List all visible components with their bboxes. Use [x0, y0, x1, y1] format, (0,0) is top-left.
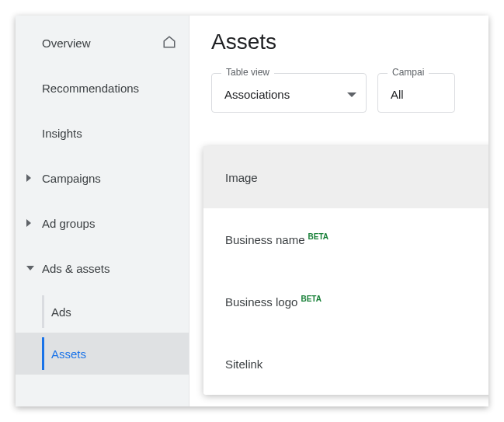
campaign-select[interactable]: Campai All: [377, 73, 455, 113]
sidebar-item-insights[interactable]: Insights: [16, 110, 189, 155]
sidebar-item-label: Campaigns: [42, 172, 101, 185]
beta-badge: BETA: [308, 232, 328, 241]
sidebar-item-overview[interactable]: Overview: [16, 20, 189, 65]
table-view-select[interactable]: Table view Associations: [211, 73, 367, 113]
sidebar-subitem-label: Ads: [51, 305, 71, 319]
sidebar-item-label: Ads & assets: [42, 262, 110, 275]
campaign-legend: Campai: [388, 67, 429, 78]
filter-row: Table view Associations Campai All: [211, 73, 488, 113]
chevron-right-icon: [26, 174, 31, 182]
dropdown-item-business-logo[interactable]: Business logo BETA: [203, 270, 488, 333]
sidebar-subitem-label: Assets: [51, 347, 86, 361]
home-icon: [162, 35, 176, 51]
sidebar-item-ads-and-assets[interactable]: Ads & assets: [16, 246, 189, 291]
dropdown-item-label: Business logo: [225, 295, 297, 309]
sidebar-subitem-ads[interactable]: Ads: [16, 291, 189, 333]
sidebar: Overview Recommendations Insights Campai…: [16, 16, 189, 406]
sidebar-item-campaigns[interactable]: Campaigns: [16, 155, 189, 201]
sidebar-item-ad-groups[interactable]: Ad groups: [16, 201, 189, 246]
dropdown-item-label: Sitelink: [225, 357, 262, 371]
chevron-down-icon: [26, 266, 34, 270]
dropdown-item-sitelink[interactable]: Sitelink: [203, 333, 488, 395]
chevron-right-icon: [26, 219, 31, 227]
app-frame: Overview Recommendations Insights Campai…: [16, 16, 488, 406]
dropdown-item-image[interactable]: Image: [203, 146, 488, 208]
table-view-value: Associations: [224, 88, 290, 101]
table-view-legend: Table view: [221, 67, 274, 78]
sidebar-subitem-assets[interactable]: Assets: [16, 333, 189, 375]
dropdown-item-label: Image: [225, 171, 258, 184]
sidebar-item-label: Recommendations: [42, 82, 139, 95]
campaign-value: All: [391, 88, 404, 101]
sidebar-item-label: Insights: [42, 127, 82, 140]
sidebar-item-recommendations[interactable]: Recommendations: [16, 65, 189, 110]
sidebar-item-label: Overview: [42, 37, 91, 50]
beta-badge: BETA: [301, 295, 321, 303]
main-content: Assets Table view Associations Campai Al…: [189, 16, 488, 406]
dropdown-item-business-name[interactable]: Business name BETA: [203, 208, 488, 270]
caret-down-icon: [347, 92, 356, 97]
page-title: Assets: [211, 30, 488, 54]
asset-type-dropdown: Image Business name BETA Business logo B…: [203, 146, 488, 395]
sidebar-item-label: Ad groups: [42, 217, 95, 230]
dropdown-item-label: Business name: [225, 233, 305, 246]
